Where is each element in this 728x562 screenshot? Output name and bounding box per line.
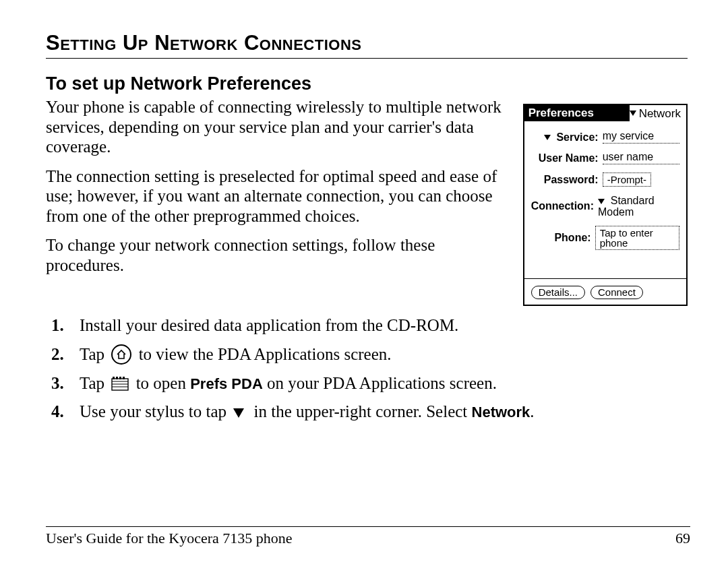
value-password[interactable]: -Prompt- (603, 173, 651, 187)
svg-rect-7 (123, 377, 125, 379)
label-phone: Phone: (531, 232, 591, 243)
step-number: 2. (46, 342, 80, 368)
page-footer: User's Guide for the Kyocera 7135 phone … (46, 530, 690, 547)
row-service: Service: my service (531, 131, 679, 144)
section-heading: To set up Network Preferences (46, 73, 688, 94)
page-title: Setting Up Network Connections (46, 31, 688, 55)
label-password: Password: (531, 175, 599, 185)
prefs-icon (111, 376, 129, 391)
step-text: Tap to view the PDA Applications screen. (80, 342, 392, 368)
pda-header-dropdown[interactable]: Network (630, 105, 686, 121)
pda-button-row: Details... Connect (524, 283, 686, 305)
step-1: 1. Install your desired data application… (46, 313, 688, 339)
details-button[interactable]: Details... (531, 286, 585, 299)
paragraph-2: The connection setting is preselected fo… (46, 166, 507, 226)
paragraph-1: Your phone is capable of connecting wire… (46, 97, 507, 157)
row-password: Password: -Prompt- (531, 173, 679, 187)
row-username: User Name: user name (531, 152, 679, 164)
value-service[interactable]: my service (603, 131, 679, 144)
step-2: 2. Tap to view the PDA Applications scre… (46, 342, 688, 368)
svg-rect-6 (119, 377, 121, 379)
svg-rect-5 (116, 377, 118, 379)
svg-rect-4 (113, 377, 115, 379)
row-connection: Connection: Standard Modem (531, 195, 679, 218)
step-number: 3. (46, 371, 80, 397)
content-area: Your phone is capable of connecting wire… (46, 97, 688, 306)
paragraph-3: To change your network connection settin… (46, 235, 507, 275)
pda-header-menu-label: Network (639, 108, 681, 119)
chevron-down-icon (544, 135, 551, 140)
step-4: 4. Use your stylus to tap in the upper-r… (46, 399, 688, 425)
step-list: 1. Install your desired data application… (46, 313, 688, 425)
footer-rule (46, 526, 690, 527)
manual-page: Setting Up Network Connections To set up… (0, 0, 728, 562)
chevron-down-icon (598, 199, 605, 204)
connect-button[interactable]: Connect (590, 286, 643, 299)
step-text: Tap to open Prefs PDA on your PD (80, 371, 497, 397)
body-column: Your phone is capable of connecting wire… (46, 97, 507, 284)
pda-divider (524, 278, 686, 279)
home-icon (111, 344, 131, 365)
pda-preferences-screenshot: Preferences Network Service: my service … (523, 104, 688, 306)
page-number: 69 (675, 530, 690, 547)
pda-header: Preferences Network (524, 105, 686, 121)
step-number: 1. (46, 313, 80, 339)
pda-header-title: Preferences (524, 105, 630, 121)
value-connection[interactable]: Standard Modem (598, 195, 679, 218)
label-username: User Name: (531, 153, 599, 164)
row-phone: Phone: Tap to enter phone (531, 226, 679, 250)
step-text: Use your stylus to tap in the upper-righ… (80, 399, 535, 425)
value-username[interactable]: user name (603, 152, 679, 164)
step-number: 4. (46, 399, 80, 425)
pda-body: Service: my service User Name: user name… (524, 121, 686, 257)
step-text: Install your desired data application fr… (80, 313, 458, 339)
chevron-down-icon (630, 111, 636, 116)
footer-left: User's Guide for the Kyocera 7135 phone (46, 530, 293, 547)
chevron-down-icon (233, 408, 247, 418)
label-connection: Connection: (531, 201, 594, 212)
label-service: Service: (531, 132, 599, 143)
value-phone[interactable]: Tap to enter phone (595, 226, 679, 250)
step-3: 3. Tap to open Prefs PDA (46, 371, 688, 397)
title-rule (46, 58, 688, 59)
